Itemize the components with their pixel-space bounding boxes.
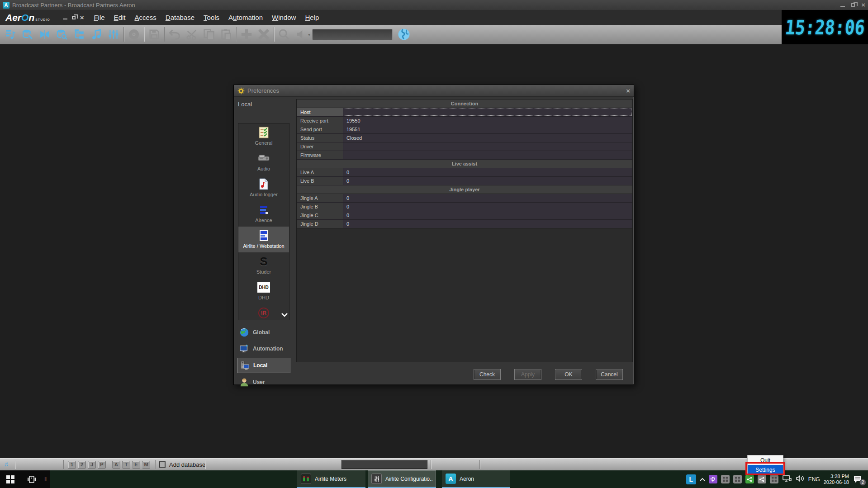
sidebar-item-audio[interactable]: Audio (238, 149, 289, 175)
restore-icon[interactable] (851, 3, 855, 7)
field-label-live-b: Live B (297, 177, 343, 185)
scroll-down-chevron-icon[interactable] (281, 311, 288, 319)
page-button-p[interactable]: P (98, 461, 106, 469)
taskbar-divider[interactable]: ‖ (44, 476, 47, 483)
tree-icon[interactable] (71, 26, 88, 43)
close-icon[interactable]: × (861, 3, 865, 7)
live-b-input[interactable]: 0 (343, 177, 632, 185)
tray-network-icon[interactable] (782, 474, 792, 484)
send-port-input[interactable]: 19551 (343, 125, 632, 133)
taskbar-app-aeron[interactable]: A Aeron (442, 470, 510, 488)
jingle-a-input[interactable]: 0 (343, 194, 632, 202)
menu-tools[interactable]: Tools (204, 14, 219, 21)
airlite-configuration-icon (371, 474, 382, 484)
category-automation[interactable]: Automation (237, 342, 290, 355)
menu-access[interactable]: Access (134, 14, 156, 21)
add-icon[interactable] (238, 26, 255, 43)
sidebar-item-studer[interactable]: S Studer (238, 252, 289, 278)
cut-icon[interactable] (183, 26, 200, 43)
tray-logger-icon[interactable]: L (686, 474, 696, 484)
copy-icon[interactable] (200, 26, 218, 43)
jingle-c-input[interactable]: 0 (343, 211, 632, 219)
category-user[interactable]: User (237, 375, 290, 389)
save-icon[interactable] (146, 26, 163, 43)
search-icon[interactable] (275, 26, 293, 43)
mdi-minimize-icon[interactable] (63, 16, 67, 19)
delete-icon[interactable] (255, 26, 272, 43)
ok-button[interactable]: OK (555, 369, 582, 380)
dialog-close-icon[interactable]: × (626, 87, 630, 95)
mode-button-t[interactable]: T (122, 461, 130, 469)
check-button[interactable]: Check (474, 369, 501, 380)
sidebar-item-airence[interactable]: Airence (238, 201, 289, 227)
tray-clock[interactable]: 3:28 PM 2020-06-18 (824, 474, 849, 485)
start-button[interactable] (5, 474, 16, 484)
sidebar-item-dhd[interactable]: DHD DHD (238, 278, 289, 304)
receive-port-input[interactable]: 19550 (343, 117, 632, 125)
undo-icon[interactable] (166, 26, 183, 43)
volume-icon[interactable] (293, 26, 310, 43)
taskbar-app-airlite-meters[interactable]: Airlite Meters (297, 470, 365, 488)
tray-language[interactable]: ENG (808, 476, 820, 483)
tray-app-icon[interactable] (770, 475, 778, 483)
toolbar-separator (274, 27, 274, 42)
search-input[interactable] (312, 29, 393, 40)
notification-center-button[interactable]: 2 (853, 474, 864, 484)
dialog-titlebar[interactable]: Preferences × (234, 85, 634, 97)
tray-time-value: 3:28 PM (824, 474, 849, 479)
menu-file[interactable]: File (94, 14, 104, 21)
mdi-close-icon[interactable]: × (80, 15, 84, 20)
mode-button-e[interactable]: E (132, 461, 140, 469)
minimize-icon[interactable] (840, 3, 845, 7)
tray-volume-icon[interactable] (796, 475, 805, 484)
jingle-d-input[interactable]: 0 (343, 220, 632, 228)
sidebar-item-audio-logger[interactable]: Audio logger (238, 175, 289, 201)
disc-icon[interactable] (125, 26, 142, 43)
tray-chevron-up-icon[interactable] (700, 477, 705, 482)
sidebar-item-airlite-webstation[interactable]: Airlite / Webstation (238, 227, 289, 252)
mode-button-m[interactable]: M (142, 461, 150, 469)
crossfade-icon[interactable] (36, 26, 53, 43)
page-button-1[interactable]: 1 (68, 461, 76, 469)
mode-button-a[interactable]: A (112, 461, 120, 469)
menubar: AerOn STUDIO × File Edit Access Database… (0, 10, 868, 25)
tray-app-icon[interactable] (721, 475, 730, 483)
sidebar-item-general[interactable]: General (238, 123, 289, 149)
sliders-icon[interactable] (105, 26, 122, 43)
setting-row-host: Host (297, 108, 632, 117)
globe-icon[interactable] (396, 27, 412, 42)
sidebar-icon-list: General Audio Audio logger Airence Airli… (238, 123, 289, 320)
live-a-input[interactable]: 0 (343, 168, 632, 176)
automation-icon (239, 344, 249, 354)
category-global[interactable]: Global (237, 326, 290, 339)
cancel-button[interactable]: Cancel (596, 369, 623, 380)
sidebar-header: Local (238, 101, 293, 108)
paste-icon[interactable] (218, 26, 235, 43)
jingle-b-input[interactable]: 0 (343, 203, 632, 211)
database-search-icon[interactable] (53, 26, 71, 43)
taskbar-app-airlite-configuration[interactable]: Airlite Configuratio... (368, 470, 436, 488)
apply-button: Apply (514, 369, 541, 380)
category-local[interactable]: Local (237, 358, 290, 373)
host-input[interactable] (343, 108, 632, 116)
page-button-j[interactable]: J (88, 461, 96, 469)
menu-window[interactable]: Window (272, 14, 296, 21)
airence-icon (258, 203, 269, 217)
tray-share-gray-icon[interactable] (758, 475, 766, 483)
music-note-icon[interactable] (88, 26, 105, 43)
page-button-2[interactable]: 2 (78, 461, 86, 469)
tray-usb-icon[interactable] (709, 475, 717, 483)
playlist-icon[interactable] (2, 26, 19, 43)
menu-help[interactable]: Help (305, 14, 319, 21)
tray-share-green-icon[interactable] (745, 475, 754, 483)
menu-edit[interactable]: Edit (114, 14, 126, 21)
horizontal-scrollbar-thumb[interactable] (342, 460, 427, 469)
database-tools-icon[interactable] (19, 26, 36, 43)
volume-dropdown-icon[interactable]: ▾ (308, 32, 310, 37)
mdi-restore-icon[interactable] (72, 16, 76, 19)
tray-app-icon[interactable] (733, 475, 742, 483)
add-database-checkbox[interactable] (159, 461, 166, 468)
menu-database[interactable]: Database (166, 14, 194, 21)
menu-automation[interactable]: Automation (228, 14, 263, 21)
task-view-button[interactable] (26, 474, 37, 484)
